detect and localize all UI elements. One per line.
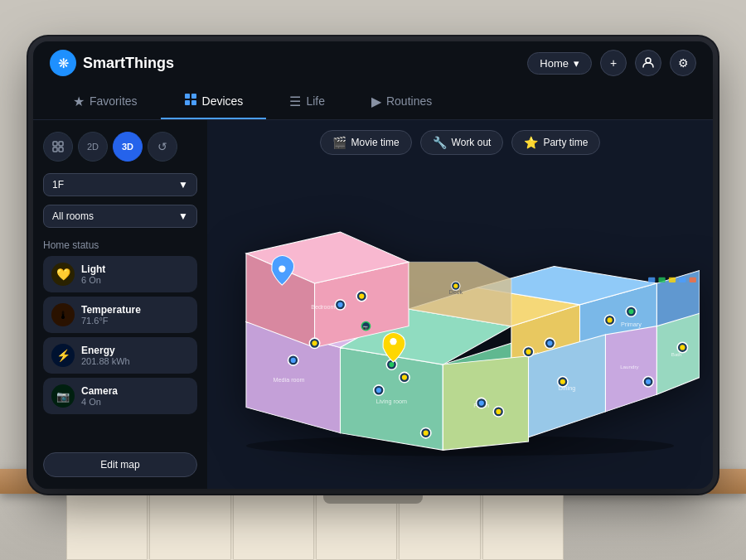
svg-point-75 bbox=[646, 379, 651, 384]
camera-value: 4 On bbox=[81, 397, 118, 407]
party-time-button[interactable]: ⭐ Party time bbox=[511, 130, 600, 155]
home-selector[interactable]: Home ▾ bbox=[527, 52, 592, 75]
header-controls: Home ▾ + ⚙ bbox=[527, 50, 696, 76]
home-status-label: Home status bbox=[43, 239, 197, 251]
2d-label: 2D bbox=[87, 142, 99, 152]
room-value: All rooms bbox=[52, 210, 94, 222]
life-icon: ☰ bbox=[289, 94, 301, 109]
edit-map-button[interactable]: Edit map bbox=[43, 452, 197, 477]
scene-buttons: 🎬 Movie time 🔧 Work out ⭐ Party time bbox=[220, 130, 700, 155]
svg-point-0 bbox=[646, 58, 651, 63]
tab-devices[interactable]: Devices bbox=[161, 84, 267, 119]
svg-rect-81 bbox=[658, 278, 665, 282]
history-icon: ↺ bbox=[157, 140, 167, 153]
energy-name: Energy bbox=[81, 345, 130, 356]
svg-rect-82 bbox=[669, 278, 676, 282]
camera-icon: 📷 bbox=[51, 384, 75, 408]
floor-plan-container: Media room Living room Kitchen bbox=[220, 165, 700, 479]
temperature-name: Temperature bbox=[81, 304, 141, 316]
floor-select[interactable]: 1F ▼ bbox=[43, 173, 197, 196]
light-status[interactable]: 💛 Light 6 On bbox=[43, 256, 197, 292]
svg-point-51 bbox=[526, 350, 530, 355]
svg-point-45 bbox=[376, 388, 381, 393]
energy-status[interactable]: ⚡ Energy 201.88 kWh bbox=[43, 337, 197, 374]
home-status-section: Home status 💛 Light 6 On 🌡 bbox=[43, 236, 197, 414]
svg-rect-80 bbox=[648, 278, 655, 282]
svg-point-63 bbox=[479, 400, 484, 405]
light-value: 6 On bbox=[81, 275, 105, 285]
nav-tabs: ★ Favorites Devices ☰ Life ▶ Routines bbox=[33, 84, 713, 120]
energy-text: Energy 201.88 kWh bbox=[81, 345, 130, 366]
movie-icon: 🎬 bbox=[332, 136, 346, 149]
workout-icon: 🔧 bbox=[433, 136, 447, 149]
profile-icon bbox=[642, 56, 654, 70]
svg-text:Bedroom: Bedroom bbox=[311, 303, 335, 311]
grid-view-button[interactable] bbox=[43, 132, 73, 162]
svg-point-69 bbox=[279, 265, 285, 272]
tv-frame: ❋ SmartThings Home ▾ + ⚙ bbox=[33, 41, 713, 489]
light-icon: 💛 bbox=[51, 263, 75, 286]
floor-arrow-icon: ▼ bbox=[178, 179, 188, 191]
room-arrow-icon: ▼ bbox=[178, 210, 188, 222]
devices-icon bbox=[184, 93, 197, 109]
3d-label: 3D bbox=[122, 142, 133, 152]
movie-time-label: Movie time bbox=[351, 137, 400, 148]
work-out-label: Work out bbox=[452, 137, 492, 148]
settings-button[interactable]: ⚙ bbox=[670, 50, 696, 76]
svg-rect-4 bbox=[191, 100, 196, 105]
logo-area: ❋ SmartThings bbox=[50, 50, 527, 76]
svg-rect-83 bbox=[679, 278, 685, 282]
svg-rect-8 bbox=[59, 147, 63, 152]
tab-favorites[interactable]: ★ Favorites bbox=[50, 85, 161, 119]
floor-value: 1F bbox=[52, 179, 64, 191]
svg-point-65 bbox=[496, 409, 501, 414]
energy-value: 201.88 kWh bbox=[81, 356, 130, 366]
add-button[interactable]: + bbox=[600, 50, 627, 76]
tab-favorites-label: Favorites bbox=[90, 94, 138, 108]
svg-rect-7 bbox=[53, 147, 57, 152]
svg-rect-3 bbox=[185, 100, 190, 105]
temperature-status[interactable]: 🌡 Temperature 71.6°F bbox=[43, 297, 197, 333]
svg-point-77 bbox=[680, 345, 685, 350]
profile-button[interactable] bbox=[635, 50, 661, 76]
app-name: SmartThings bbox=[83, 55, 174, 72]
camera-name: Camera bbox=[81, 385, 118, 397]
svg-text:Media room: Media room bbox=[274, 376, 305, 384]
sidebar: 2D 3D ↺ 1F ▼ All rooms ▼ Home bbox=[33, 120, 207, 489]
tab-life[interactable]: ☰ Life bbox=[266, 85, 348, 119]
home-label: Home bbox=[540, 57, 569, 70]
svg-text:Laundry: Laundry bbox=[620, 364, 639, 369]
svg-text:📷: 📷 bbox=[363, 325, 369, 331]
svg-point-67 bbox=[560, 379, 565, 384]
3d-view-button[interactable]: 3D bbox=[113, 132, 143, 162]
settings-icon: ⚙ bbox=[678, 56, 689, 70]
svg-point-57 bbox=[628, 309, 633, 314]
movie-time-button[interactable]: 🎬 Movie time bbox=[320, 130, 412, 155]
svg-text:Primary: Primary bbox=[621, 321, 642, 328]
home-dropdown-icon: ▾ bbox=[574, 57, 579, 70]
temperature-icon: 🌡 bbox=[51, 303, 75, 326]
svg-point-41 bbox=[291, 358, 296, 363]
svg-rect-5 bbox=[53, 142, 57, 146]
work-out-button[interactable]: 🔧 Work out bbox=[420, 130, 504, 155]
2d-view-button[interactable]: 2D bbox=[78, 132, 108, 162]
svg-point-47 bbox=[402, 374, 407, 379]
svg-point-49 bbox=[389, 362, 394, 367]
map-area: 🎬 Movie time 🔧 Work out ⭐ Party time bbox=[207, 120, 713, 489]
add-icon: + bbox=[610, 56, 617, 70]
camera-status[interactable]: 📷 Camera 4 On bbox=[43, 378, 197, 414]
main-content: 2D 3D ↺ 1F ▼ All rooms ▼ Home bbox=[33, 120, 713, 489]
party-time-label: Party time bbox=[543, 137, 588, 148]
history-view-button[interactable]: ↺ bbox=[148, 132, 177, 162]
room-select[interactable]: All rooms ▼ bbox=[43, 205, 197, 228]
tab-routines[interactable]: ▶ Routines bbox=[348, 85, 455, 119]
view-controls: 2D 3D ↺ bbox=[43, 132, 197, 162]
camera-text: Camera 4 On bbox=[81, 385, 118, 407]
energy-icon: ⚡ bbox=[51, 344, 75, 367]
tab-devices-label: Devices bbox=[202, 94, 244, 108]
svg-rect-6 bbox=[59, 142, 63, 146]
app-header: ❋ SmartThings Home ▾ + ⚙ bbox=[33, 41, 713, 84]
svg-point-55 bbox=[608, 317, 613, 322]
tab-routines-label: Routines bbox=[386, 94, 432, 108]
party-icon: ⭐ bbox=[524, 136, 538, 149]
